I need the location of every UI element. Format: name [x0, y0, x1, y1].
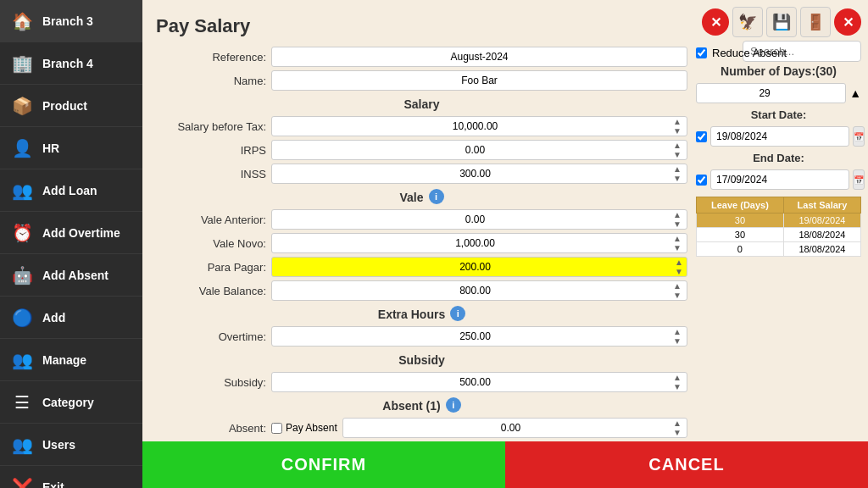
leave-table-row[interactable]: 018/08/2024	[697, 242, 861, 257]
reference-label: Reference:	[156, 51, 266, 64]
overtime-spin-btn[interactable]: ▲▼	[673, 327, 682, 346]
para-pagar-spin-btn[interactable]: ▲▼	[675, 258, 683, 276]
subsidy-spin-btn[interactable]: ▲▼	[673, 373, 682, 391]
irps-label: IRPS	[156, 144, 266, 157]
reduce-absent-checkbox[interactable]	[696, 47, 707, 58]
vale-novo-value: 1,000.00	[277, 237, 673, 249]
users-icon: 👥	[8, 431, 36, 458]
absent-section-row: Absent (1) i	[156, 396, 687, 414]
form-right: Reduce Absent Number of Days:(30) ▲ Star…	[696, 47, 861, 437]
leave-date-cell: 18/08/2024	[783, 228, 860, 242]
subsidy-value: 500.00	[277, 376, 673, 388]
salary-before-tax-field: 10,000.00 ▲▼	[271, 116, 687, 136]
sidebar-item-branch3[interactable]: 🏠 Branch 3	[0, 0, 142, 42]
close-button-right[interactable]: ✕	[834, 8, 861, 36]
sidebar-item-exit[interactable]: ❌ Exit	[0, 466, 142, 488]
branch3-icon: 🏠	[8, 8, 36, 35]
extra-hours-info-icon[interactable]: i	[450, 306, 465, 321]
days-input[interactable]	[696, 83, 846, 103]
absent-spin-btn[interactable]: ▲▼	[673, 419, 682, 437]
leave-table: Leave (Days) Last Salary 3019/08/2024301…	[696, 197, 861, 257]
number-of-days-label: Number of Days:(30)	[696, 64, 861, 78]
end-date-picker-btn[interactable]: 📅	[853, 169, 865, 190]
irps-value: 0.00	[277, 144, 673, 156]
vale-balance-spin-btn[interactable]: ▲▼	[673, 281, 682, 300]
end-date-input[interactable]	[710, 169, 849, 190]
absent-info-icon[interactable]: i	[446, 397, 461, 413]
product-icon: 📦	[8, 92, 36, 119]
sidebar-label-category: Category	[42, 396, 94, 409]
days-spin-up[interactable]: ▲	[849, 86, 861, 100]
addabsent-icon: 🤖	[8, 262, 36, 289]
form-container: Reference: Name: Salary Salary before Ta…	[156, 47, 861, 437]
vale-balance-label: Vale Balance:	[156, 285, 266, 297]
salary-spin-btn[interactable]: ▲▼	[673, 117, 682, 136]
irps-spin-btn[interactable]: ▲▼	[673, 141, 682, 159]
cancel-button[interactable]: CANCEL	[505, 441, 868, 488]
vale-balance-field: 800.00 ▲▼	[271, 280, 687, 301]
irps-row: IRPS 0.00 ▲▼	[156, 140, 687, 160]
start-date-picker-btn[interactable]: 📅	[853, 126, 865, 147]
addloan-icon: 👥	[8, 177, 36, 204]
addovertime-icon: ⏰	[8, 219, 36, 247]
sidebar-item-product[interactable]: 📦 Product	[0, 85, 142, 127]
sidebar-label-manage: Manage	[42, 353, 86, 367]
absent-label: Absent:	[156, 422, 266, 435]
leave-date-cell: 19/08/2024	[783, 214, 860, 228]
sidebar-item-users[interactable]: 👥 Users	[0, 424, 142, 466]
sidebar-item-manage[interactable]: 👥 Manage	[0, 339, 142, 381]
inss-spin-btn[interactable]: ▲▼	[673, 164, 682, 183]
absent-row: Absent: Pay Absent 0.00 ▲▼	[156, 418, 687, 438]
hr-icon: 👤	[8, 135, 36, 162]
close-button-left[interactable]: ✕	[702, 8, 729, 36]
para-pagar-label: Para Pagar:	[156, 261, 266, 274]
vale-info-icon[interactable]: i	[429, 189, 444, 204]
manage-icon: 👥	[8, 347, 36, 374]
vale-section-row: Vale i	[156, 187, 687, 206]
category-icon: ☰	[8, 389, 36, 416]
leave-days-cell: 0	[697, 242, 784, 257]
pay-absent-checkbox[interactable]	[271, 423, 282, 434]
salary-before-tax-row: Salary before Tax: 10,000.00 ▲▼	[156, 116, 687, 136]
absent-section-header: Absent (1)	[382, 399, 440, 413]
name-input[interactable]	[271, 70, 687, 91]
sidebar-label-branch3: Branch 3	[42, 14, 93, 28]
save-icon-btn[interactable]: 💾	[766, 7, 797, 37]
sidebar-item-addloan[interactable]: 👥 Add Loan	[0, 169, 142, 212]
reference-row: Reference:	[156, 47, 687, 67]
leave-table-row[interactable]: 3018/08/2024	[697, 228, 861, 242]
confirm-button[interactable]: CONFIRM	[142, 441, 505, 488]
sidebar-item-branch4[interactable]: 🏢 Branch 4	[0, 42, 142, 85]
end-date-row: 📅	[696, 169, 861, 190]
vale-novo-label: Vale Novo:	[156, 237, 266, 250]
inss-value: 300.00	[277, 168, 673, 180]
reference-input[interactable]	[271, 47, 687, 67]
start-date-checkbox[interactable]	[696, 131, 707, 142]
end-date-checkbox[interactable]	[696, 175, 707, 186]
inss-row: INSS 300.00 ▲▼	[156, 164, 687, 184]
vale-anterior-value: 0.00	[277, 214, 673, 225]
vale-novo-spin-btn[interactable]: ▲▼	[673, 234, 682, 252]
sidebar-item-hr[interactable]: 👤 HR	[0, 127, 142, 169]
extra-hours-section-header: Extra Hours	[378, 308, 445, 321]
sidebar-label-addovertime: Add Overtime	[42, 226, 120, 240]
name-label: Name:	[156, 75, 266, 87]
start-date-input[interactable]	[710, 126, 849, 147]
overtime-label: Overtime:	[156, 330, 266, 343]
vale-anterior-spin-btn[interactable]: ▲▼	[673, 210, 682, 229]
leave-table-row[interactable]: 3019/08/2024	[697, 214, 861, 228]
para-pagar-field: 200.00 ▲▼	[271, 257, 687, 277]
sidebar-item-addovertime[interactable]: ⏰ Add Overtime	[0, 212, 142, 254]
absent-field: 0.00 ▲▼	[342, 418, 687, 438]
sidebar-item-add[interactable]: 🔵 Add	[0, 297, 142, 339]
sidebar-label-users: Users	[42, 438, 75, 452]
subsidy-row: Subsidy: 500.00 ▲▼	[156, 372, 687, 392]
eagle-icon-btn[interactable]: 🦅	[732, 7, 763, 37]
vale-balance-row: Vale Balance: 800.00 ▲▼	[156, 280, 687, 301]
door-icon-btn[interactable]: 🚪	[800, 7, 831, 37]
reduce-absent-label: Reduce Absent	[712, 47, 787, 59]
sidebar-item-category[interactable]: ☰ Category	[0, 381, 142, 424]
pay-absent-label: Pay Absent	[286, 422, 337, 434]
overtime-field: 250.00 ▲▼	[271, 326, 687, 347]
sidebar-item-addabsent[interactable]: 🤖 Add Absent	[0, 254, 142, 297]
